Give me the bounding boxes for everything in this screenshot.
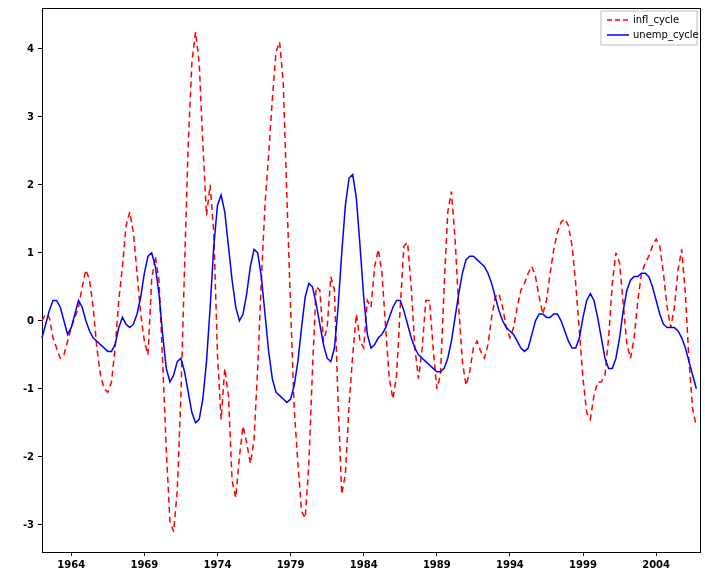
legend-label-unemp_cycle: unemp_cycle xyxy=(633,29,699,41)
x-tick-label: 1984 xyxy=(350,559,378,570)
y-tick-label: 4 xyxy=(27,43,34,54)
y-tick-label: -1 xyxy=(23,383,34,394)
x-tick-label: 1964 xyxy=(57,559,85,570)
y-tick-label: -2 xyxy=(23,451,34,462)
y-tick-label: 0 xyxy=(27,315,34,326)
x-tick-label: 1979 xyxy=(277,559,305,570)
legend-label-infl_cycle: infl_cycle xyxy=(633,14,679,26)
y-tick-label: 3 xyxy=(27,111,34,122)
legend: infl_cycleunemp_cycle xyxy=(601,11,699,45)
chart-container: 196419691974197919841989199419992004-3-2… xyxy=(0,0,705,575)
x-tick-label: 1989 xyxy=(423,559,451,570)
series-infl_cycle xyxy=(42,32,696,532)
line-chart: 196419691974197919841989199419992004-3-2… xyxy=(0,0,705,575)
series-unemp_cycle xyxy=(42,175,696,423)
x-tick-label: 1994 xyxy=(496,559,524,570)
y-tick-label: 2 xyxy=(27,179,34,190)
x-tick-label: 2004 xyxy=(642,559,670,570)
x-tick-label: 1999 xyxy=(569,559,597,570)
y-tick-label: -3 xyxy=(23,519,34,530)
plot-frame xyxy=(42,8,700,552)
x-tick-label: 1969 xyxy=(130,559,158,570)
x-tick-label: 1974 xyxy=(204,559,232,570)
y-tick-label: 1 xyxy=(27,247,34,258)
